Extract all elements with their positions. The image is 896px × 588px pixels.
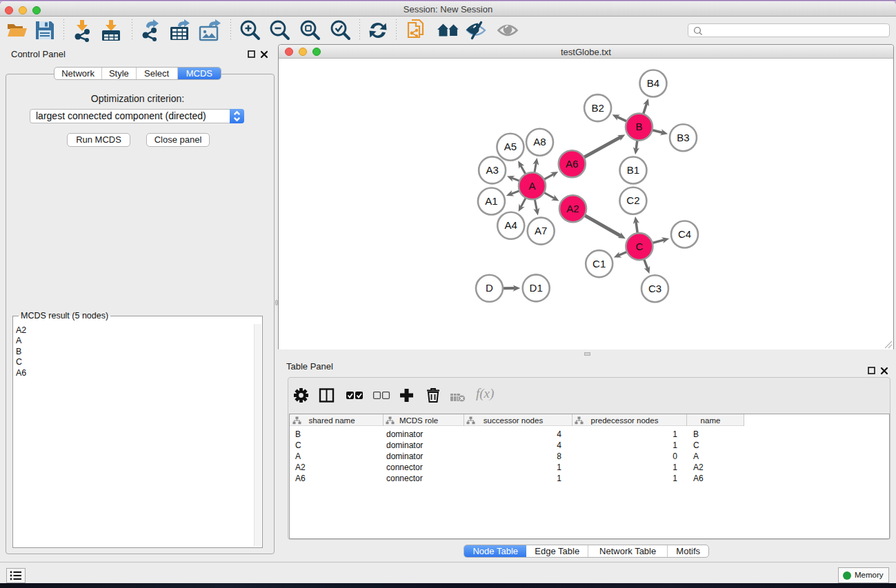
svg-text:D: D: [486, 282, 493, 294]
svg-text:C1: C1: [593, 258, 606, 270]
svg-text:B1: B1: [627, 164, 639, 176]
svg-text:C: C: [635, 241, 643, 252]
svg-text:B3: B3: [677, 132, 689, 143]
svg-text:C4: C4: [678, 228, 691, 240]
svg-text:C3: C3: [648, 283, 661, 294]
svg-text:B4: B4: [647, 77, 659, 89]
svg-text:A5: A5: [504, 141, 517, 152]
svg-text:B: B: [635, 121, 642, 132]
svg-text:A2: A2: [566, 203, 579, 214]
svg-text:A1: A1: [485, 195, 497, 207]
svg-text:B2: B2: [591, 102, 604, 114]
svg-text:A4: A4: [505, 219, 517, 231]
svg-text:C2: C2: [626, 194, 639, 206]
svg-text:A: A: [528, 180, 535, 192]
svg-text:A3: A3: [486, 164, 498, 176]
svg-text:A7: A7: [535, 225, 547, 236]
svg-text:A8: A8: [533, 136, 546, 148]
svg-text:A6: A6: [566, 158, 578, 170]
svg-text:D1: D1: [530, 282, 543, 294]
